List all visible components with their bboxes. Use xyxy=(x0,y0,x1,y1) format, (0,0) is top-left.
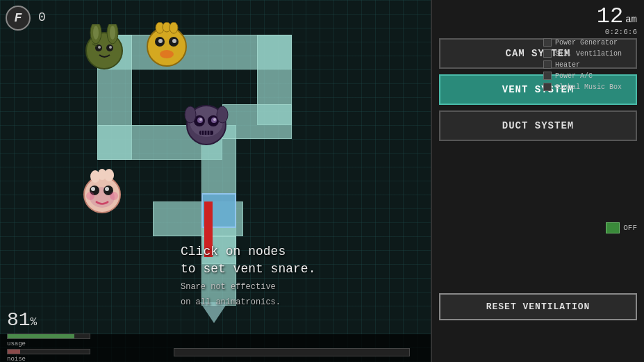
svg-point-25 xyxy=(199,118,202,121)
bottom-scrollbar[interactable] xyxy=(174,348,410,356)
toggle-indicator xyxy=(606,222,620,233)
time-ampm: am xyxy=(625,14,637,25)
f-label: F xyxy=(15,11,22,25)
power-label-1: Sil. Ventilation xyxy=(555,50,622,58)
power-item-3: Power A/C xyxy=(543,72,641,80)
bottom-bar: usage noise xyxy=(0,334,431,362)
usage-bar-fill xyxy=(8,334,74,338)
reset-ventilation-button[interactable]: RESET VENTILATION xyxy=(439,293,637,320)
power-label-3: Power A/C xyxy=(555,72,593,80)
f-button[interactable]: F xyxy=(6,6,31,31)
time-display: 12 am 0:2:6:6 xyxy=(597,6,637,36)
svg-point-44 xyxy=(98,169,106,180)
ennard-character xyxy=(182,97,231,149)
springtrap-character xyxy=(82,24,127,73)
game-container: F 0 xyxy=(0,0,644,362)
usage-section: usage noise xyxy=(7,334,90,362)
power-item-1: Sil. Ventilation xyxy=(543,49,641,58)
svg-point-15 xyxy=(172,39,176,43)
power-dot-2 xyxy=(543,60,552,69)
chica-character xyxy=(145,22,190,71)
right-panel: 12 am 0:2:6:6 CAM SYSTEM VENT SYSTEM DUC… xyxy=(431,0,644,362)
svg-point-39 xyxy=(105,187,109,191)
power-items: Power Generator Sil. Ventilation Heater … xyxy=(543,38,641,94)
svg-point-26 xyxy=(213,118,216,121)
power-label-2: Heater xyxy=(555,61,580,69)
svg-point-33 xyxy=(217,106,228,123)
power-dot-1 xyxy=(543,49,552,58)
instruction-sub-1: Snare not effective xyxy=(181,281,315,293)
instruction-sub-2: on all animatronics. xyxy=(181,297,315,308)
power-label-0: Power Generator xyxy=(555,39,618,47)
svg-point-14 xyxy=(158,39,163,43)
vent-right-horizontal xyxy=(222,104,292,139)
power-label-4: Global Music Box xyxy=(555,83,622,91)
usage-label: usage xyxy=(7,340,90,347)
power-dot-3 xyxy=(543,72,552,80)
power-dot-0 xyxy=(543,38,552,47)
svg-point-32 xyxy=(185,106,196,123)
svg-point-8 xyxy=(109,46,112,49)
power-item-2: Heater xyxy=(543,60,641,69)
percent-value: 81 xyxy=(7,309,31,331)
power-item-0: Power Generator xyxy=(543,38,641,47)
noise-label: noise xyxy=(7,356,90,362)
svg-point-40 xyxy=(86,192,94,200)
svg-point-3 xyxy=(93,26,99,40)
off-toggle[interactable]: OFF xyxy=(606,222,637,233)
svg-point-41 xyxy=(110,192,118,200)
svg-point-11 xyxy=(160,50,174,58)
usage-bar-track xyxy=(7,334,90,339)
duct-system-button[interactable]: DUCT SYSTEM xyxy=(439,110,637,141)
power-dot-4 xyxy=(543,83,552,91)
toggle-label: OFF xyxy=(623,224,637,232)
instructions: Click on nodes to set vent snare. Snare … xyxy=(181,243,315,308)
noise-bar-track xyxy=(7,349,90,354)
game-area: F 0 xyxy=(0,0,431,362)
percent-display: 81% xyxy=(7,309,37,331)
percent-symbol: % xyxy=(31,316,38,329)
svg-point-18 xyxy=(170,22,178,33)
instruction-main-2: to set vent snare. xyxy=(181,261,315,278)
time-hour: 12 xyxy=(597,6,623,28)
svg-point-10 xyxy=(147,27,186,66)
svg-point-4 xyxy=(110,26,115,40)
instruction-main-1: Click on nodes xyxy=(181,243,315,261)
noise-bar-fill xyxy=(8,349,20,354)
svg-point-38 xyxy=(91,187,95,191)
mangle-character xyxy=(78,168,126,220)
power-item-4: Global Music Box xyxy=(543,83,641,91)
svg-point-7 xyxy=(98,46,101,49)
